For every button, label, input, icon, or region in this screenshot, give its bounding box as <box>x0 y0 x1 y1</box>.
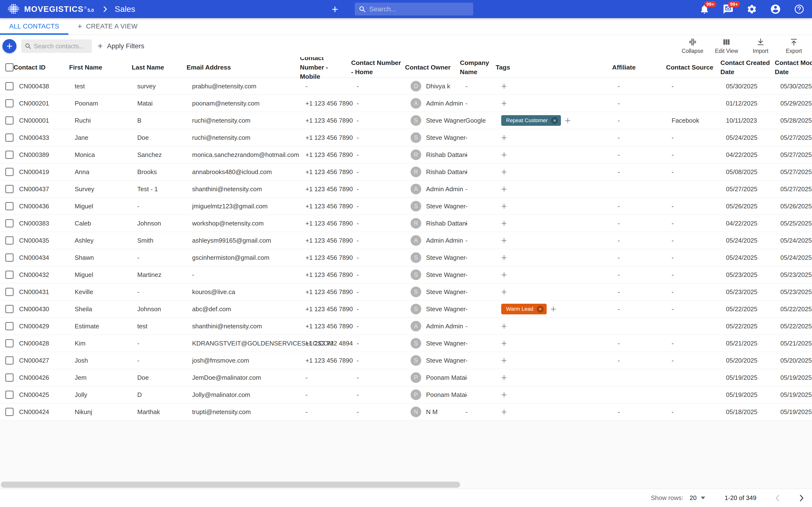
row-checkbox[interactable] <box>5 202 13 210</box>
table-row[interactable]: CN000434Shawn-gscinhermiston@gmail.com+1… <box>0 249 812 266</box>
row-checkbox[interactable] <box>5 236 13 244</box>
messages-button[interactable]: 99+ <box>721 0 735 18</box>
row-checkbox[interactable] <box>5 99 13 107</box>
column-header-id[interactable]: Contact ID <box>13 63 69 72</box>
row-checkbox[interactable] <box>5 391 13 399</box>
row-checkbox[interactable] <box>5 408 13 416</box>
next-page-button[interactable] <box>799 494 805 503</box>
row-checkbox[interactable] <box>5 322 13 330</box>
column-header-mobile[interactable]: Contact Number - Mobile <box>300 53 351 81</box>
rows-per-page-select[interactable]: 20 <box>690 494 705 502</box>
add-tag-button[interactable]: + <box>501 150 507 160</box>
row-checkbox[interactable] <box>5 356 13 364</box>
account-button[interactable] <box>768 0 783 18</box>
add-tag-button[interactable]: + <box>551 304 556 314</box>
tag-chip[interactable]: Repeat Customer× <box>501 115 561 126</box>
column-header-first[interactable]: First Name <box>69 63 132 72</box>
table-row[interactable]: CN000424NikunjMarthaktrupti@netensity.co… <box>0 403 812 420</box>
row-checkbox[interactable] <box>5 271 13 279</box>
column-header-created[interactable]: Contact Created Date <box>720 58 775 77</box>
edit-view-button[interactable]: Edit View <box>715 38 738 54</box>
settings-button[interactable] <box>744 0 759 18</box>
table-row[interactable]: CN000436Miguel-jmiguelmtz123@gmail.com+1… <box>0 198 812 215</box>
table-row[interactable]: CN000426JemDoeJemDoe@malinator.com--PPoo… <box>0 369 812 386</box>
column-header-tags[interactable]: Tags <box>496 63 612 72</box>
contacts-search[interactable] <box>21 39 92 53</box>
table-row[interactable]: CN000201PoonamMataipoonam@netensity.com+… <box>0 95 812 112</box>
global-add-button[interactable]: + <box>328 0 342 18</box>
add-tag-button[interactable]: + <box>501 356 507 365</box>
select-all-checkbox[interactable] <box>5 63 13 71</box>
horizontal-scrollbar[interactable] <box>1 482 460 488</box>
column-header-affiliate[interactable]: Affiliate <box>612 63 666 72</box>
column-header-home[interactable]: Contact Number - Home <box>351 58 405 77</box>
help-button[interactable] <box>792 0 807 18</box>
add-tag-button[interactable]: + <box>501 270 507 280</box>
add-tag-button[interactable]: + <box>501 99 507 108</box>
column-header-owner[interactable]: Contact Owner <box>405 63 460 72</box>
remove-tag-icon[interactable]: × <box>537 306 544 313</box>
table-row[interactable]: CN000433JaneDoeruchi@netensity.com+1 123… <box>0 129 812 146</box>
table-row[interactable]: CN000435AshleySmithashleysm99165@gmail.c… <box>0 232 812 249</box>
table-row[interactable]: CN000432MiguelMartinez-+1 123 456 7890-S… <box>0 266 812 283</box>
column-header-email[interactable]: Email Address <box>187 63 300 72</box>
add-tag-button[interactable]: + <box>501 201 507 211</box>
table-row[interactable]: CN000430SheilaJohnsonabc@def.com+1 123 4… <box>0 300 812 318</box>
row-checkbox[interactable] <box>5 168 13 176</box>
add-tag-button[interactable]: + <box>501 133 507 143</box>
table-row[interactable]: CN000419AnnaBrooksannabrooks480@icloud.c… <box>0 163 812 181</box>
column-header-source[interactable]: Contact Source <box>666 63 720 72</box>
row-checkbox[interactable] <box>5 339 13 347</box>
column-header-last[interactable]: Last Name <box>132 63 187 72</box>
row-checkbox[interactable] <box>5 253 13 262</box>
table-row[interactable]: CN000383CalebJohnsonworkshop@netensity.c… <box>0 215 812 232</box>
tag-chip[interactable]: Warm Lead× <box>501 304 547 314</box>
add-tag-button[interactable]: + <box>501 321 507 331</box>
table-row[interactable]: CN000428Kim-KDRANGSTVEIT@GOLDENSERVICESL… <box>0 335 812 352</box>
add-tag-button[interactable]: + <box>501 287 507 297</box>
add-tag-button[interactable]: + <box>565 116 570 125</box>
contacts-search-input[interactable] <box>34 43 89 50</box>
row-checkbox[interactable] <box>5 374 13 382</box>
import-button[interactable]: Import <box>750 38 771 54</box>
row-checkbox[interactable] <box>5 305 13 313</box>
column-header-company[interactable]: Company Name <box>460 58 496 77</box>
table-row[interactable]: CN000389MonicaSanchezmonica.sanchezrando… <box>0 146 812 163</box>
tab-create-a-view[interactable]: + CREATE A VIEW <box>68 18 147 35</box>
table-row[interactable]: CN000438testsurveyprabhu@netensity.com--… <box>0 78 812 95</box>
add-tag-button[interactable]: + <box>501 390 507 400</box>
add-tag-button[interactable]: + <box>501 253 507 263</box>
table-row[interactable]: CN000431Keville-kouros@live.ca+1 123 456… <box>0 283 812 300</box>
export-button[interactable]: Export <box>783 38 805 54</box>
add-tag-button[interactable]: + <box>501 338 507 348</box>
row-checkbox[interactable] <box>5 116 13 125</box>
remove-tag-icon[interactable]: × <box>551 117 558 124</box>
previous-page-button[interactable] <box>774 494 780 503</box>
table-row[interactable]: CN000429Estimatetestshanthini@netensity.… <box>0 318 812 335</box>
add-tag-button[interactable]: + <box>501 81 507 91</box>
add-tag-button[interactable]: + <box>501 167 507 177</box>
table-row[interactable]: CN000425JollyDJolly@malinator.com--PPoon… <box>0 386 812 403</box>
collapse-button[interactable]: Collapse <box>682 38 704 54</box>
column-header-modified[interactable]: Contact Modified Date <box>775 58 812 77</box>
add-tag-button[interactable]: + <box>501 373 507 382</box>
add-tag-button[interactable]: + <box>501 407 507 417</box>
add-contact-button[interactable]: + <box>2 39 16 53</box>
global-search[interactable] <box>355 3 473 15</box>
add-tag-button[interactable]: + <box>501 219 507 228</box>
row-checkbox[interactable] <box>5 185 13 193</box>
row-checkbox[interactable] <box>5 288 13 296</box>
tab-all-contacts[interactable]: ALL CONTACTS <box>0 18 68 35</box>
apply-filters-button[interactable]: + Apply Filters <box>98 41 144 51</box>
add-tag-button[interactable]: + <box>501 184 507 194</box>
table-row[interactable]: CN000437SurveyTest - 1shanthini@netensit… <box>0 181 812 198</box>
add-tag-button[interactable]: + <box>501 236 507 245</box>
row-checkbox[interactable] <box>5 151 13 159</box>
global-search-input[interactable] <box>369 5 469 13</box>
row-checkbox[interactable] <box>5 133 13 142</box>
row-checkbox[interactable] <box>5 219 13 227</box>
table-row[interactable]: CN000001RuchiBruchi@netensity.com+1 123 … <box>0 112 812 129</box>
brand-logo[interactable]: MOVEGISTICS ® 5.0 <box>7 2 94 16</box>
table-row[interactable]: CN000427Josh-josh@fmsmove.com+1 123 456 … <box>0 352 812 369</box>
row-checkbox[interactable] <box>5 82 13 90</box>
